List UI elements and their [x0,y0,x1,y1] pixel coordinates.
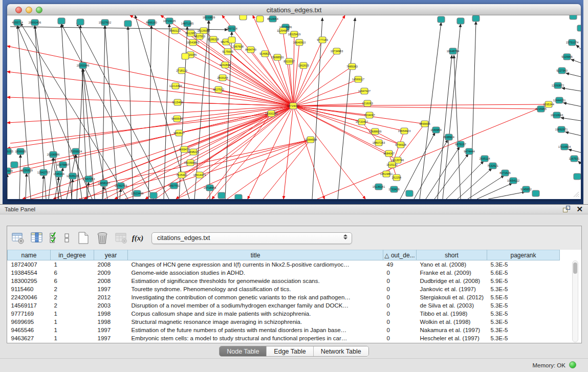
table-cell[interactable]: 0 [383,334,417,342]
network-edge[interactable] [338,18,355,199]
network-node[interactable]: 8186328 [208,36,219,42]
new-column-icon[interactable] [77,231,90,245]
network-node[interactable]: 10975887 [57,162,69,168]
network-node[interactable]: 10654112 [507,178,519,184]
network-node[interactable] [218,192,225,199]
network-edge[interactable] [400,133,435,199]
network-node[interactable]: 8471626 [499,170,510,176]
table-cell[interactable]: 5.6E-5 [487,269,560,277]
column-header-out-de-[interactable]: △ out_de... [383,250,417,260]
network-node[interactable]: 14871385 [181,20,193,27]
column-header-name[interactable]: name [8,250,51,260]
table-cell[interactable]: Investigating the contribution of common… [128,293,383,301]
network-node[interactable] [472,15,480,21]
network-node[interactable]: 18325419 [288,31,300,37]
network-edge[interactable] [576,45,581,49]
table-cell[interactable]: 5.3E-5 [487,318,560,326]
network-node[interactable]: 16210643 [551,112,563,118]
table-cell[interactable]: 0 [383,318,417,326]
table-cell[interactable]: 9777169 [8,310,51,318]
network-edge[interactable] [293,51,337,106]
network-edge[interactable] [120,189,121,199]
table-cell[interactable]: 0 [383,285,417,293]
network-graph[interactable]: 4055714206914061532760284661601071913514… [7,15,581,199]
table-cell[interactable]: de Silva et al. (2003) [417,301,487,310]
network-edge[interactable] [10,27,228,30]
table-cell[interactable]: Structural magnetic resonance image aver… [128,318,383,326]
table-cell[interactable]: 0 [383,310,417,318]
network-node[interactable] [77,19,84,25]
table-row[interactable]: 1938455462009Genome-wide association stu… [8,269,560,277]
network-edge[interactable] [225,65,293,106]
network-node[interactable]: 1362615 [298,62,309,69]
table-cell[interactable]: 0 [383,301,417,310]
function-builder-icon[interactable]: f(x) [134,231,142,245]
delete-column-icon[interactable] [96,231,109,245]
network-node[interactable]: 7204097 [364,112,375,118]
table-cell[interactable]: 0 [383,293,417,301]
table-cell[interactable]: Franke et al. (2009) [417,269,487,277]
network-edge[interactable] [284,106,293,199]
network-edge[interactable] [414,140,448,199]
table-cell[interactable]: 9463627 [8,334,51,342]
table-cell[interactable]: 0 [383,326,417,334]
network-edge[interactable] [105,26,118,199]
network-edge[interactable] [471,21,476,199]
tab-network-table[interactable]: Network Table [314,346,368,356]
table-cell[interactable]: Tourette syndrome. Phenomenology and cla… [128,285,383,293]
tab-node-table[interactable]: Node Table [220,346,267,356]
table-cell[interactable]: Stergiakouli et al. (2012) [417,293,487,301]
network-node[interactable]: 20206586 [47,151,59,158]
network-node[interactable]: 14524861 [380,171,393,177]
table-cell[interactable]: 14569117 [8,301,51,310]
network-edge[interactable] [563,103,581,106]
column-header-title[interactable]: title [128,250,383,260]
network-node[interactable]: 18807243 [373,140,385,146]
column-header-pagerank[interactable]: pagerank [487,250,560,260]
table-cell[interactable]: 22420046 [8,293,51,301]
tab-edge-table[interactable]: Edge Table [267,346,313,356]
table-cell[interactable]: Yano et al. (2008) [417,260,487,269]
network-edge[interactable] [293,15,345,106]
network-node[interactable]: 9245652 [520,186,531,192]
select-columns-icon[interactable] [30,231,43,245]
table-cell[interactable]: 1997 [94,334,128,342]
table-cell[interactable]: 19384554 [8,269,51,277]
table-cell[interactable]: 1998 [94,318,128,326]
table-cell[interactable]: Genome-wide association studies in ADHD. [128,269,383,277]
table-cell[interactable]: Estimation of significance thresholds fo… [128,277,383,285]
network-node[interactable]: 14569117 [352,76,364,82]
table-row[interactable]: 969969511998Structural magnetic resonanc… [8,318,560,326]
network-edge[interactable] [488,192,525,199]
network-node[interactable]: 15327602 [99,19,111,26]
network-node[interactable]: 9227343 [556,68,567,74]
table-cell[interactable]: 2 [51,301,94,310]
network-edge[interactable] [135,15,189,199]
table-cell[interactable]: Estimation of the future numbers of pati… [128,326,383,334]
network-node[interactable]: 9474444 [464,148,474,155]
table-cell[interactable]: Hescheler et al. (1997) [417,334,487,342]
resize-grip-icon[interactable] [573,191,579,198]
table-cell[interactable]: 2 [51,293,94,301]
table-cell[interactable]: 5.3E-5 [487,310,560,318]
network-node[interactable]: 8322037 [284,58,294,64]
table-cell[interactable]: 5.3E-5 [487,326,560,334]
table-row[interactable]: 1872400712008Changes of HCN gene express… [8,260,560,269]
network-node[interactable]: 1640954 [430,127,441,133]
network-edge[interactable] [477,183,512,199]
network-node[interactable] [457,18,464,24]
network-edge[interactable] [125,140,311,199]
network-node[interactable]: 16640910 [293,39,306,46]
network-window[interactable]: citations_edges.txt 40557142069140615327… [7,4,581,200]
network-edge[interactable] [263,140,311,199]
network-node[interactable]: 7485083 [346,63,357,70]
table-cell[interactable]: 9699695 [8,318,51,326]
table-settings-icon[interactable] [11,231,25,245]
table-cell[interactable]: Wolkin et al. (1998) [417,318,487,326]
table-cell[interactable]: 2009 [94,269,128,277]
table-row[interactable]: 2242004622012Investigating the contribut… [8,293,560,301]
table-cell[interactable]: Changes of HCN gene expression and I(f) … [128,260,383,269]
table-cell[interactable]: 5.9E-5 [487,277,560,285]
network-edge[interactable] [426,147,460,199]
network-node[interactable]: 9827512 [213,86,224,93]
